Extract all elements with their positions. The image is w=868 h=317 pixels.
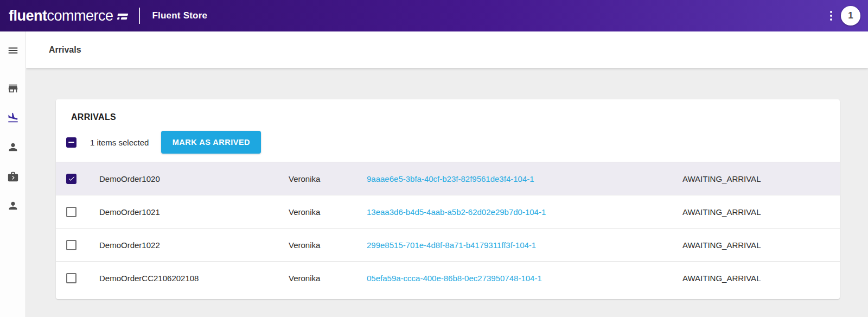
person-icon (7, 200, 19, 212)
reference-link[interactable]: 13eaa3d6-b4d5-4aab-a5b2-62d02e29b7d0-104… (367, 207, 546, 217)
status-label: AWAITING_ARRIVAL (682, 174, 840, 183)
mark-as-arrived-button[interactable]: MARK AS ARRIVED (161, 131, 261, 154)
selection-bar: 1 items selected MARK AS ARRIVED (56, 131, 840, 162)
page-toolbar: Arrivals (26, 31, 868, 68)
user-avatar[interactable]: 1 (841, 6, 860, 26)
arrivals-card: ARRIVALS 1 items selected MARK AS ARRIVE… (56, 99, 840, 299)
flight-land-icon (7, 112, 19, 124)
table-row[interactable]: DemoOrder1020 Veronika 9aaae6e5-3bfa-40c… (56, 162, 840, 195)
sidebar-item-profile[interactable] (7, 200, 19, 212)
sidebar-nav-list (7, 83, 19, 229)
app-header: fluentcommerce Fluent Store 1 (0, 0, 868, 31)
order-name: DemoOrderCC2106202108 (99, 274, 289, 283)
indeterminate-icon (68, 142, 74, 143)
brand-mark-icon (116, 14, 128, 20)
header-divider (139, 8, 140, 24)
more-vert-icon[interactable] (826, 8, 837, 24)
page-title: Arrivals (49, 45, 81, 55)
sidebar-item-customers[interactable] (7, 141, 19, 153)
row-checkbox[interactable] (66, 207, 76, 217)
reference-link[interactable]: 299e8515-701e-4d8f-8a71-b4179311ff3f-104… (367, 240, 536, 250)
app-window: fluentcommerce Fluent Store 1 (0, 0, 868, 317)
person-icon (7, 141, 19, 153)
sidebar-item-arrivals[interactable] (7, 112, 19, 124)
header-actions: 1 (826, 6, 860, 26)
check-icon (68, 175, 75, 182)
sidebar-item-dispatch[interactable] (7, 170, 19, 182)
status-label: AWAITING_ARRIVAL (682, 274, 840, 283)
select-all-checkbox[interactable] (66, 137, 76, 148)
table-row[interactable]: DemoOrder1022 Veronika 299e8515-701e-4d8… (56, 228, 840, 261)
customer-name: Veronika (289, 274, 367, 283)
card-title: ARRIVALS (56, 99, 840, 131)
brand-wordmark: fluentcommerce (9, 9, 113, 23)
row-checkbox[interactable] (66, 240, 76, 250)
sidebar-item-store[interactable] (7, 83, 19, 94)
menu-icon[interactable] (7, 45, 20, 56)
row-checkbox[interactable] (66, 174, 76, 184)
selection-count-label: 1 items selected (90, 138, 149, 147)
table-row[interactable]: DemoOrder1021 Veronika 13eaa3d6-b4d5-4aa… (56, 195, 840, 228)
brand-wordmark-bold: fluent (9, 8, 47, 24)
arrivals-table: DemoOrder1020 Veronika 9aaae6e5-3bfa-40c… (56, 162, 840, 294)
status-label: AWAITING_ARRIVAL (682, 207, 840, 217)
reference-link[interactable]: 9aaae6e5-3bfa-40cf-b23f-82f9561de3f4-104… (367, 174, 534, 183)
sidebar-nav (0, 31, 26, 317)
avatar-count: 1 (848, 10, 853, 21)
brand-wordmark-light: commerce (47, 8, 113, 24)
customer-name: Veronika (289, 207, 367, 217)
row-checkbox[interactable] (66, 273, 76, 283)
customer-name: Veronika (289, 240, 367, 250)
status-label: AWAITING_ARRIVAL (682, 240, 840, 250)
reference-link[interactable]: 05efa59a-ccca-400e-86b8-0ec273950748-104… (367, 274, 542, 283)
app-title: Fluent Store (152, 10, 208, 21)
brand-logo: fluentcommerce (9, 9, 127, 23)
order-name: DemoOrder1021 (99, 207, 289, 217)
order-name: DemoOrder1020 (99, 174, 289, 183)
customer-name: Veronika (289, 174, 367, 183)
table-row[interactable]: DemoOrderCC2106202108 Veronika 05efa59a-… (56, 261, 840, 294)
next-week-icon (7, 170, 19, 182)
order-name: DemoOrder1022 (99, 240, 289, 250)
store-icon (7, 83, 19, 94)
page-content: ARRIVALS 1 items selected MARK AS ARRIVE… (26, 68, 868, 317)
